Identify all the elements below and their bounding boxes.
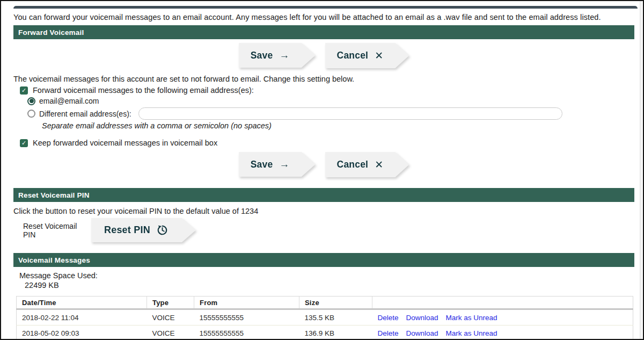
column-header-type: Type bbox=[147, 296, 194, 309]
reset-pin-row: Reset Voicemail PIN Reset PIN bbox=[23, 218, 634, 242]
cell-size: 135.5 KB bbox=[299, 309, 372, 325]
delete-link[interactable]: Delete bbox=[378, 314, 399, 322]
download-link[interactable]: Download bbox=[406, 329, 438, 337]
page-frame: You can forward your voicemail messages … bbox=[0, 0, 644, 340]
section-header-forward-voicemail: Forward Voicemail bbox=[13, 25, 634, 39]
cell-actions: DeleteDownloadMark as Unread bbox=[372, 325, 633, 340]
cell-actions: DeleteDownloadMark as Unread bbox=[372, 309, 633, 325]
voicemail-messages-table: Date/Time Type From Size 2018-02-22 11:0… bbox=[16, 296, 633, 340]
table-header: Date/Time Type From Size bbox=[17, 296, 633, 309]
save-button-wrapper: Save → bbox=[239, 43, 316, 68]
cancel-button[interactable]: Cancel ✕ bbox=[325, 152, 409, 177]
delete-link[interactable]: Delete bbox=[378, 329, 399, 337]
save-button[interactable]: Save → bbox=[239, 152, 316, 177]
forward-checkbox-row: ✓ Forward voicemail messages to the foll… bbox=[20, 86, 634, 95]
different-email-label: Different email address(es): bbox=[39, 110, 131, 118]
save-cancel-row-top: Save → Cancel ✕ bbox=[13, 43, 634, 68]
intro-text: You can forward your voicemail messages … bbox=[13, 13, 634, 21]
arrow-right-icon: → bbox=[279, 158, 289, 170]
mark-as-unread-link[interactable]: Mark as Unread bbox=[446, 314, 497, 322]
column-header-actions bbox=[372, 296, 633, 309]
different-email-input[interactable] bbox=[138, 107, 562, 120]
message-space-used-label: Message Space Used: bbox=[19, 271, 634, 280]
cancel-button[interactable]: Cancel ✕ bbox=[325, 43, 409, 68]
page-content: You can forward your voicemail messages … bbox=[1, 6, 643, 340]
cancel-button-wrapper: Cancel ✕ bbox=[325, 152, 409, 177]
top-divider-rule bbox=[13, 6, 638, 9]
email-separator-note: Separate email addresses with a comma or… bbox=[42, 121, 634, 130]
different-email-row: Different email address(es): bbox=[27, 107, 634, 120]
email-option-label: email@email.com bbox=[39, 97, 99, 105]
cell-type: VOICE bbox=[147, 325, 194, 340]
save-button-label: Save bbox=[251, 159, 273, 170]
cell-type: VOICE bbox=[147, 309, 194, 325]
reset-pin-button[interactable]: Reset PIN bbox=[91, 218, 196, 242]
cell-size: 136.9 KB bbox=[299, 325, 372, 340]
section-title: Reset Voicemail PIN bbox=[18, 191, 90, 199]
close-x-icon: ✕ bbox=[375, 158, 383, 171]
reset-pin-row-label: Reset Voicemail PIN bbox=[23, 222, 91, 239]
history-clock-icon bbox=[157, 225, 168, 236]
save-button-label: Save bbox=[251, 50, 273, 61]
cancel-button-wrapper: Cancel ✕ bbox=[325, 43, 409, 68]
forward-checkbox-label: Forward voicemail messages to the follow… bbox=[33, 86, 254, 95]
cancel-button-label: Cancel bbox=[337, 159, 369, 170]
column-header-from: From bbox=[194, 296, 299, 309]
message-row: 2018-02-22 11:04VOICE15555555555135.5 KB… bbox=[17, 309, 633, 325]
reset-pin-button-label: Reset PIN bbox=[104, 225, 150, 236]
reset-pin-description: Click the button to reset your voicemail… bbox=[13, 207, 634, 215]
section-header-reset-pin: Reset Voicemail PIN bbox=[13, 188, 634, 202]
mark-as-unread-link[interactable]: Mark as Unread bbox=[446, 329, 497, 337]
save-button-wrapper: Save → bbox=[239, 152, 316, 177]
message-row: 2018-05-02 09:03VOICE15555555555136.9 KB… bbox=[17, 325, 633, 340]
cancel-button-label: Cancel bbox=[337, 50, 369, 61]
section-title: Forward Voicemail bbox=[18, 28, 84, 37]
cell-from: 15555555555 bbox=[194, 325, 299, 340]
keep-checkbox-row: ✓ Keep forwarded voicemail messages in v… bbox=[20, 139, 634, 147]
cell-from: 15555555555 bbox=[194, 309, 299, 325]
save-button[interactable]: Save → bbox=[239, 43, 316, 68]
save-cancel-row-bottom: Save → Cancel ✕ bbox=[13, 152, 634, 177]
close-x-icon: ✕ bbox=[375, 49, 383, 62]
scrollbar-track[interactable] bbox=[640, 1, 642, 339]
checkmark-icon: ✓ bbox=[21, 88, 26, 93]
message-space-used-value: 22499 KB bbox=[25, 281, 634, 290]
section-header-voicemail-messages: Voicemail Messages bbox=[13, 253, 634, 267]
different-email-radio[interactable] bbox=[27, 110, 35, 118]
email-option-radio[interactable] bbox=[27, 97, 35, 105]
keep-checkbox-label: Keep forwarded voicemail messages in voi… bbox=[33, 139, 217, 147]
section-title: Voicemail Messages bbox=[18, 256, 90, 264]
table-body: 2018-02-22 11:04VOICE15555555555135.5 KB… bbox=[17, 309, 633, 340]
cell-datetime: 2018-05-02 09:03 bbox=[17, 325, 147, 340]
checkmark-icon: ✓ bbox=[21, 140, 26, 146]
email-option-row: email@email.com bbox=[27, 97, 634, 105]
forward-checkbox[interactable]: ✓ bbox=[20, 86, 28, 95]
arrow-right-icon: → bbox=[279, 49, 289, 61]
download-link[interactable]: Download bbox=[406, 314, 438, 322]
column-header-size: Size bbox=[299, 296, 372, 309]
reset-pin-button-wrapper: Reset PIN bbox=[91, 218, 196, 242]
forward-status-text: The voicemail messages for this account … bbox=[13, 75, 634, 83]
cell-datetime: 2018-02-22 11:04 bbox=[17, 309, 147, 325]
keep-checkbox[interactable]: ✓ bbox=[20, 139, 28, 147]
column-header-datetime: Date/Time bbox=[17, 296, 147, 309]
